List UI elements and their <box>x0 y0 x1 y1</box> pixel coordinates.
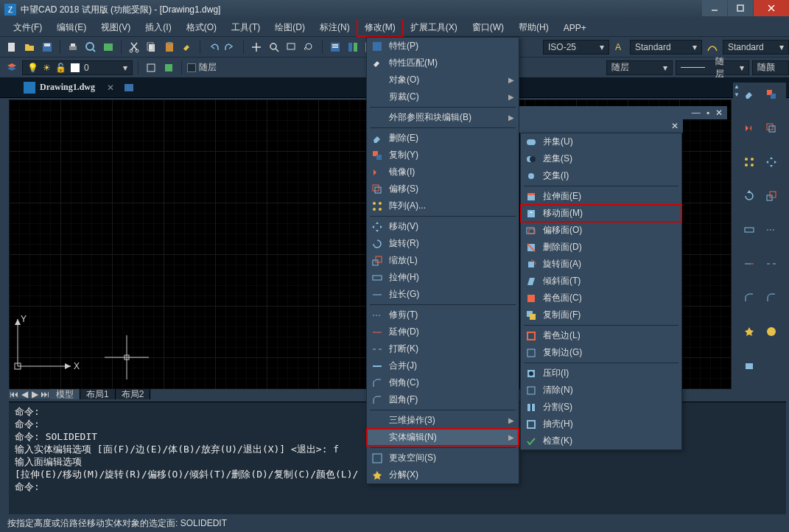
menu-item[interactable]: 复制面(F) <box>521 307 681 323</box>
menu-item[interactable]: 打断(K) <box>367 340 519 357</box>
menu-item[interactable]: 对象(O)▶ <box>367 71 519 88</box>
menu-item[interactable]: 复制边(G) <box>521 344 681 361</box>
tablestyle-combo[interactable]: Standard▾ <box>723 40 789 55</box>
print-icon[interactable] <box>66 40 80 55</box>
menu-item[interactable]: 偏移面(O) <box>521 222 681 239</box>
extend-tool-icon[interactable] <box>739 255 760 273</box>
scroll-prev-icon[interactable]: ◀ <box>19 390 29 399</box>
menu-item[interactable]: 清除(N) <box>521 382 681 399</box>
copy-icon[interactable] <box>144 40 159 55</box>
menu-视图V[interactable]: 视图(V) <box>94 19 138 36</box>
menu-item[interactable]: 倒角(C) <box>367 374 519 391</box>
document-tab[interactable]: Drawing1.dwg ✕ <box>24 82 114 94</box>
undo-icon[interactable] <box>206 40 220 55</box>
menu-item[interactable]: 拉伸(H) <box>367 269 519 286</box>
menu-item[interactable]: 合并(J) <box>367 357 519 374</box>
menu-item[interactable]: 镜像(I) <box>367 164 519 181</box>
move-tool-icon[interactable] <box>761 153 782 171</box>
linetype-combo[interactable]: 随层▾ <box>606 60 673 75</box>
menu-item[interactable]: 三维操作(3)▶ <box>367 412 519 429</box>
insert-block-icon[interactable] <box>144 60 158 75</box>
menu-item[interactable]: 差集(S) <box>521 150 681 167</box>
menu-窗口W[interactable]: 窗口(W) <box>465 19 511 36</box>
offset-tool-icon[interactable] <box>761 119 782 137</box>
layer-manager-icon[interactable] <box>4 60 19 75</box>
trim-tool-icon[interactable] <box>761 221 782 239</box>
bylayer-check[interactable]: 随层 <box>187 61 217 74</box>
menu-item[interactable]: 复制(Y) <box>367 147 519 164</box>
dimstyle-combo[interactable]: ISO-25▾ <box>543 40 609 55</box>
erase-tool-icon[interactable] <box>739 85 760 103</box>
menu-item[interactable]: 阵列(A)... <box>367 197 519 214</box>
menu-item[interactable]: 延伸(D) <box>367 323 519 340</box>
menu-item[interactable]: 分割(S) <box>521 399 681 416</box>
layout-tab[interactable]: 布局1 <box>80 389 116 399</box>
vscroll[interactable]: ▲ ▼ <box>733 83 740 99</box>
menu-item[interactable]: 缩放(L) <box>367 252 519 269</box>
menu-item[interactable]: 移动面(M) <box>521 205 681 222</box>
menu-item[interactable]: 旋转(R) <box>367 235 519 252</box>
menu-item[interactable]: 实体编辑(N)▶ <box>367 429 519 446</box>
layer-combo[interactable]: 💡☀🔓 0▾ <box>22 60 133 75</box>
zoom-rt-icon[interactable] <box>267 40 281 55</box>
properties-icon[interactable] <box>328 40 343 55</box>
tab-close-icon[interactable]: ✕ <box>107 83 114 93</box>
palette-close-icon[interactable]: ✕ <box>715 108 723 118</box>
plot-style-combo[interactable]: 随颜 <box>752 60 789 75</box>
menu-item[interactable]: 拉长(G) <box>367 286 519 303</box>
menu-item[interactable]: 检查(K) <box>521 433 681 449</box>
zoom-win-icon[interactable] <box>284 40 299 55</box>
minimize-button[interactable] <box>702 0 727 16</box>
palette-sub-close-icon[interactable]: ✕ <box>671 121 678 131</box>
menu-item[interactable]: 旋转面(A) <box>521 256 681 273</box>
open-icon[interactable] <box>22 40 37 55</box>
scale-tool-icon[interactable] <box>761 187 782 205</box>
menu-扩展工具X[interactable]: 扩展工具(X) <box>403 19 465 36</box>
lineweight-combo[interactable]: 随层▾ <box>676 60 749 75</box>
menu-item[interactable]: 着色面(C) <box>521 290 681 307</box>
menu-item[interactable]: 删除(E) <box>367 130 519 147</box>
scroll-first-icon[interactable]: ⏮ <box>9 390 19 399</box>
zoom-prev-icon[interactable] <box>302 40 317 55</box>
menu-item[interactable]: 抽壳(H) <box>521 416 681 433</box>
menu-绘图D[interactable]: 绘图(D) <box>267 19 312 36</box>
menu-item[interactable]: 交集(I) <box>521 167 681 184</box>
matchprop-icon[interactable] <box>180 40 194 55</box>
textstyle-combo[interactable]: Standard▾ <box>630 40 702 55</box>
cut-icon[interactable] <box>127 40 141 55</box>
menu-item[interactable]: 修剪(T) <box>367 307 519 323</box>
palette-minimize-icon[interactable]: — <box>692 108 701 118</box>
menu-帮助H[interactable]: 帮助(H) <box>511 19 556 36</box>
menu-item[interactable]: 压印(I) <box>521 365 681 382</box>
menu-item[interactable]: 特性匹配(M) <box>367 55 519 71</box>
redo-icon[interactable] <box>223 40 238 55</box>
close-button[interactable] <box>754 0 789 16</box>
sphere-tool-icon[interactable] <box>761 323 782 340</box>
menu-item[interactable]: 特性(P) <box>367 38 519 55</box>
tablestyle-icon[interactable] <box>705 40 720 55</box>
rotate-tool-icon[interactable] <box>739 187 760 205</box>
scroll-next-icon[interactable]: ▶ <box>29 390 40 399</box>
menu-item[interactable]: 并集(U) <box>521 133 681 150</box>
layout-tab[interactable]: 模型 <box>50 389 80 399</box>
tab-add-icon[interactable] <box>122 80 136 95</box>
menu-文件F[interactable]: 文件(F) <box>6 19 49 36</box>
menu-item[interactable]: 移动(V) <box>367 218 519 235</box>
layout-tab[interactable]: 布局2 <box>116 389 151 399</box>
save-icon[interactable] <box>40 40 55 55</box>
menu-item[interactable]: 剪裁(C)▶ <box>367 88 519 105</box>
menu-item[interactable]: 倾斜面(T) <box>521 273 681 290</box>
copy-tool-icon[interactable] <box>761 85 782 103</box>
scroll-last-icon[interactable]: ⏭ <box>40 390 50 399</box>
menu-item[interactable]: 偏移(S) <box>367 181 519 197</box>
menu-格式O[interactable]: 格式(O) <box>179 19 224 36</box>
menu-item[interactable]: 删除面(D) <box>521 239 681 256</box>
fillet-tool-icon[interactable] <box>761 289 782 307</box>
pan-icon[interactable] <box>249 40 264 55</box>
chamfer-tool-icon[interactable] <box>739 289 760 307</box>
menu-插入I[interactable]: 插入(I) <box>138 19 178 36</box>
break-tool-icon[interactable] <box>761 255 782 273</box>
palette-pin-icon[interactable]: ▪ <box>706 108 709 118</box>
menu-item[interactable]: 外部参照和块编辑(B)▶ <box>367 109 519 126</box>
menu-item[interactable]: 拉伸面(E) <box>521 188 681 205</box>
